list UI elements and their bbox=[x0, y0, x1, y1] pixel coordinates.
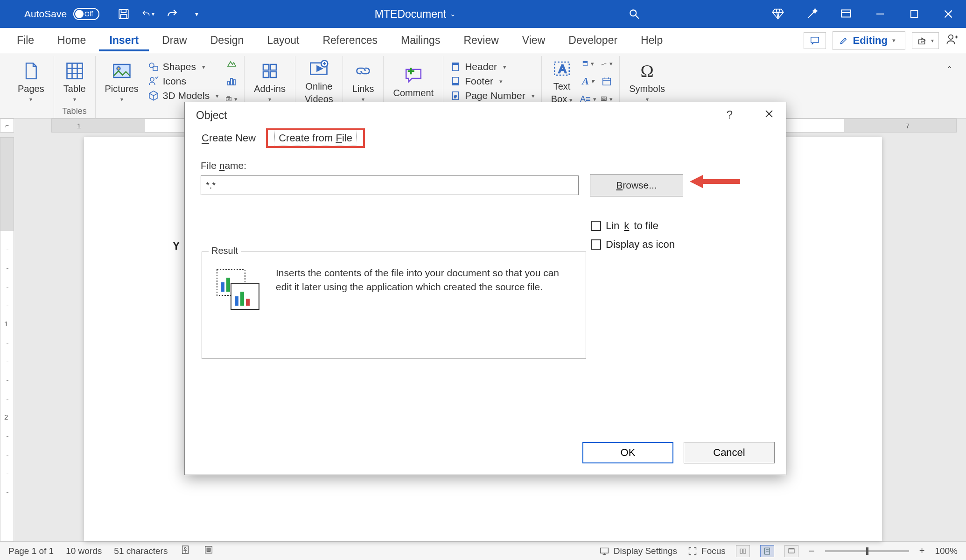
table-label: Table bbox=[63, 84, 86, 94]
tab-home[interactable]: Home bbox=[47, 29, 96, 51]
doc-title-text: MTEDocument bbox=[375, 8, 446, 21]
tabs-right: Editing ▾ ▾ bbox=[804, 31, 959, 50]
illustrations-mini bbox=[225, 57, 238, 105]
redo-icon[interactable] bbox=[166, 7, 179, 21]
page-number-button[interactable]: #Page Number bbox=[450, 90, 535, 101]
tab-help[interactable]: Help bbox=[630, 29, 673, 51]
online-videos-button[interactable]: Online Videos bbox=[302, 56, 336, 106]
pages-button[interactable]: Pages ▾ bbox=[15, 58, 47, 105]
display-as-icon-checkbox[interactable] bbox=[591, 239, 601, 250]
web-layout-icon[interactable] bbox=[784, 545, 798, 557]
tab-draw[interactable]: Draw bbox=[152, 29, 197, 51]
svg-rect-1 bbox=[121, 9, 126, 13]
ruler-vertical[interactable]: 1 2 bbox=[0, 137, 14, 541]
ruler-corner[interactable]: ⌐ bbox=[0, 119, 14, 133]
tab-references[interactable]: References bbox=[312, 29, 388, 51]
collapse-ribbon-icon[interactable]: ⌃ bbox=[941, 56, 958, 118]
tab-create-from-file[interactable]: Create from File bbox=[266, 128, 365, 148]
zoom-slider[interactable] bbox=[825, 550, 909, 552]
result-legend: Result bbox=[209, 245, 241, 256]
display-settings-button[interactable]: Display Settings bbox=[599, 546, 677, 556]
status-bar: Page 1 of 1 10 words 51 characters Displ… bbox=[0, 541, 966, 560]
macro-icon[interactable] bbox=[203, 545, 214, 557]
autosave-toggle[interactable]: Off bbox=[73, 8, 99, 20]
save-icon[interactable] bbox=[117, 7, 130, 21]
pictures-button[interactable]: Pictures ▾ bbox=[102, 58, 141, 105]
diamond-icon[interactable] bbox=[771, 7, 784, 21]
svg-point-19 bbox=[117, 67, 120, 70]
editing-mode-button[interactable]: Editing ▾ bbox=[833, 31, 905, 50]
footer-button[interactable]: Footer bbox=[450, 76, 535, 87]
symbols-button[interactable]: Ω Symbols ▾ bbox=[626, 58, 668, 105]
accessibility-icon[interactable] bbox=[180, 545, 191, 557]
status-page[interactable]: Page 1 of 1 bbox=[8, 546, 54, 556]
dialog-buttons: OK Cancel bbox=[582, 442, 775, 463]
tab-layout[interactable]: Layout bbox=[257, 29, 309, 51]
print-layout-icon[interactable] bbox=[760, 545, 774, 557]
shapes-button[interactable]: Shapes bbox=[148, 61, 219, 72]
dialog-checks: Link to file Display as icon bbox=[591, 220, 675, 251]
dialog-title: Object bbox=[196, 109, 227, 122]
tab-view[interactable]: View bbox=[512, 29, 555, 51]
table-button[interactable]: Table ▾ bbox=[61, 58, 89, 105]
ok-button[interactable]: OK bbox=[582, 442, 673, 463]
zoom-out-button[interactable]: − bbox=[809, 545, 815, 557]
tab-review[interactable]: Review bbox=[453, 29, 509, 51]
date-time-icon[interactable] bbox=[601, 75, 613, 87]
qat-dropdown-icon[interactable]: ▾ bbox=[190, 7, 203, 21]
account-icon[interactable] bbox=[945, 33, 959, 48]
status-chars[interactable]: 51 characters bbox=[114, 546, 168, 556]
link-icon bbox=[352, 60, 374, 82]
share-button[interactable]: ▾ bbox=[912, 32, 939, 49]
link-to-file-row[interactable]: Link to file bbox=[591, 220, 675, 232]
signature-icon[interactable] bbox=[601, 57, 613, 70]
file-name-input[interactable] bbox=[201, 175, 579, 195]
zoom-value[interactable]: 100% bbox=[935, 546, 958, 556]
header-button[interactable]: Header bbox=[450, 61, 535, 72]
ribbon-tabs: File Home Insert Draw Design Layout Refe… bbox=[0, 28, 966, 53]
tab-mailings[interactable]: Mailings bbox=[391, 29, 450, 51]
minimize-icon[interactable] bbox=[874, 7, 887, 21]
text-box-button[interactable]: A Text Box bbox=[548, 56, 575, 106]
undo-icon[interactable]: ▾ bbox=[141, 7, 154, 21]
maximize-icon[interactable] bbox=[908, 7, 921, 21]
addins-button[interactable]: Add-ins ▾ bbox=[251, 58, 288, 105]
tab-file[interactable]: File bbox=[7, 29, 44, 51]
doc-title[interactable]: MTEDocument ⌄ bbox=[203, 8, 628, 21]
search-icon[interactable] bbox=[628, 7, 641, 21]
comments-button[interactable] bbox=[804, 32, 826, 49]
ribbon-display-icon[interactable] bbox=[840, 7, 853, 21]
links-button[interactable]: Links ▾ bbox=[350, 58, 377, 105]
tab-design[interactable]: Design bbox=[200, 29, 254, 51]
display-as-icon-row[interactable]: Display as icon bbox=[591, 238, 675, 251]
tab-developer[interactable]: Developer bbox=[558, 29, 628, 51]
quick-parts-icon[interactable] bbox=[582, 57, 594, 70]
smartart-icon[interactable] bbox=[225, 57, 238, 70]
3d-models-button[interactable]: 3D Models bbox=[148, 90, 219, 101]
wordart-icon[interactable]: A bbox=[582, 75, 594, 87]
cff-post: ile bbox=[342, 132, 352, 144]
chevron-down-icon: ▾ bbox=[931, 37, 934, 44]
read-mode-icon[interactable] bbox=[736, 545, 750, 557]
close-icon[interactable] bbox=[942, 7, 955, 21]
comment-button[interactable]: Comment bbox=[390, 63, 436, 100]
text-mini-1: A A≡ bbox=[582, 57, 594, 105]
chart-icon[interactable] bbox=[225, 75, 238, 87]
link-to-file-checkbox[interactable] bbox=[591, 221, 601, 231]
cancel-button[interactable]: Cancel bbox=[684, 442, 775, 463]
status-right: Display Settings Focus − + 100% bbox=[599, 545, 958, 557]
tab-create-new[interactable]: Create New bbox=[199, 128, 259, 148]
tab-insert[interactable]: Insert bbox=[99, 29, 149, 51]
chevron-down-icon: ▾ bbox=[120, 96, 123, 103]
icons-button[interactable]: Icons bbox=[148, 76, 219, 87]
zoom-in-button[interactable]: + bbox=[919, 546, 925, 556]
autosave-knob bbox=[75, 10, 84, 18]
browse-button[interactable]: Browse... bbox=[590, 174, 683, 196]
status-words[interactable]: 10 words bbox=[66, 546, 102, 556]
group-label-empty bbox=[30, 106, 32, 118]
dialog-close-icon[interactable] bbox=[763, 108, 775, 122]
focus-button[interactable]: Focus bbox=[687, 546, 726, 556]
dialog-help-button[interactable]: ? bbox=[727, 108, 733, 122]
object-dialog: Object ? Create New Create from File Fil… bbox=[184, 102, 786, 475]
wand-icon[interactable] bbox=[805, 7, 819, 21]
